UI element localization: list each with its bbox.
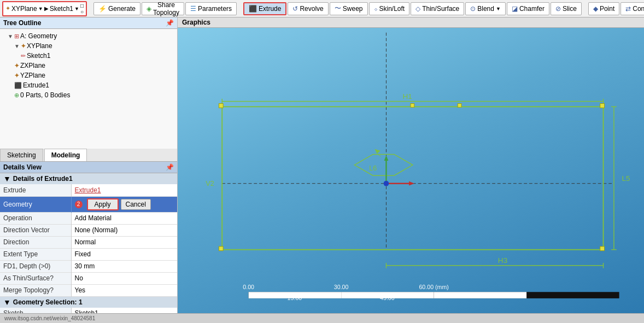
center-dot — [384, 181, 389, 186]
blend-button[interactable]: ⊙ Blend ▼ — [465, 2, 506, 15]
detail-label: Merge Topology? — [0, 284, 71, 296]
collapse-icon[interactable]: ▼ — [3, 174, 11, 183]
sketch1-icon: ✏ — [21, 52, 26, 60]
thin-surface-button[interactable]: ◇ Thin/Surface — [411, 2, 464, 15]
scale-label-30: 30.00 — [334, 284, 349, 290]
detail-value: Yes — [71, 284, 177, 296]
yzplane-icon: ✦ — [14, 72, 19, 79]
tabs-row: Sketching Modeling — [0, 149, 177, 162]
plane-selector-label: XYPlane — [11, 5, 37, 13]
y-axis-arrowhead — [384, 155, 389, 161]
table-row: Extrude Extrude1 — [0, 184, 177, 196]
graphics-panel[interactable]: Graphics H1 H3 L5 — [178, 17, 644, 313]
geo-collapse-icon[interactable]: ▼ — [3, 298, 11, 307]
detail-value: Fixed — [71, 248, 177, 260]
revolve-icon: ↺ — [292, 5, 298, 13]
x-axis-arrowhead — [409, 181, 414, 186]
table-row[interactable]: Geometry 2 Apply Cancel — [0, 196, 177, 212]
geometry-apply-cell: 2 Apply Cancel — [71, 196, 177, 212]
l6-label: L6 — [369, 165, 377, 172]
l5-label: L5 — [622, 174, 630, 183]
detail-value[interactable]: 30 mm — [71, 260, 177, 272]
blend-dropdown[interactable]: ▼ — [496, 6, 501, 11]
sketch-selector-label: Sketch1 — [50, 5, 73, 13]
scale-label-60: 60.00 (mm) — [419, 284, 448, 290]
xyplane-icon: ✦ — [21, 43, 26, 50]
scale-label-15: 15.00 — [288, 295, 302, 301]
tree-content: ▼ ⊞ A: Geometry ▼ ✦ XYPlane ✏ Sketch1 ✦ — [0, 29, 177, 102]
list-item[interactable]: ⊕ 0 Parts, 0 Bodies — [3, 90, 174, 100]
point-button[interactable]: ◆ Point — [588, 2, 619, 15]
generate-button[interactable]: ⚡ Generate — [93, 2, 140, 15]
sweep-button[interactable]: 〜 Sweep — [330, 2, 368, 15]
parameters-icon: ☰ — [190, 5, 196, 13]
scale-seg3 — [434, 292, 526, 298]
detail-value: No — [71, 272, 177, 284]
scale-label-0: 0.00 — [243, 284, 254, 290]
step-badge: 2 — [75, 201, 83, 208]
parameters-button[interactable]: ☰ Parameters — [185, 2, 237, 15]
slice-icon: ⊘ — [555, 5, 561, 13]
details-section-title: ▼ Details of Extrude1 — [0, 173, 177, 184]
table-row: Operation Add Material — [0, 212, 177, 224]
geometry-selection-title: ▼ Geometry Selection: 1 — [0, 297, 177, 308]
table-row: Merge Topology? Yes — [0, 284, 177, 296]
conversion-button[interactable]: ⇄ Conversio... — [620, 2, 644, 15]
h1-label: H1 — [403, 92, 412, 101]
table-row: Direction Vector None (Normal) — [0, 224, 177, 236]
detail-value: None (Normal) — [71, 224, 177, 236]
h3-label: H3 — [498, 256, 507, 265]
geometry-folder-icon: ⊞ — [14, 33, 19, 40]
zxplane-icon: ✦ — [14, 62, 19, 69]
list-item[interactable]: ✏ Sketch1 — [3, 51, 174, 61]
apply-button[interactable]: Apply — [87, 198, 119, 210]
plane-icon2: ▶ — [44, 5, 49, 11]
sweep-icon: 〜 — [335, 4, 341, 13]
tree-pin-icon[interactable]: 📌 — [166, 19, 174, 27]
table-row: Extent Type Fixed — [0, 248, 177, 260]
sketch-arrow — [374, 149, 380, 154]
detail-label: Direction Vector — [0, 224, 71, 236]
toolbar-icons-group: □ ○ — [80, 3, 84, 15]
extrude-icon: ⬛ — [249, 5, 257, 13]
marker-top-mid2 — [458, 103, 461, 107]
list-item[interactable]: ▼ ⊞ A: Geometry — [3, 31, 174, 41]
skin-loft-button[interactable]: ⬦ Skin/Loft — [369, 2, 410, 15]
tab-sketching[interactable]: Sketching — [0, 149, 43, 161]
list-item[interactable]: ✦ ZXPlane — [3, 61, 174, 71]
list-item[interactable]: ⬛ Extrude1 — [3, 80, 174, 90]
list-item[interactable]: ✦ YZPlane — [3, 71, 174, 80]
main-toolbar: ✦ XYPlane ▼ ▶ Sketch1 ▼ □ ○ ⚡ Generate ◈… — [0, 0, 644, 17]
revolve-button[interactable]: ↺ Revolve — [288, 2, 328, 15]
chamfer-button[interactable]: ◪ Chamfer — [507, 2, 549, 15]
corner-marker-br — [600, 246, 605, 251]
main-layout: Tree Outline 📌 ▼ ⊞ A: Geometry ▼ ✦ XYPla… — [0, 17, 644, 313]
corner-marker-tl — [219, 103, 223, 108]
details-table: Extrude Extrude1 Geometry 2 Apply — [0, 184, 177, 297]
point-icon: ◆ — [593, 5, 598, 13]
table-row[interactable]: FD1, Depth (>0) 30 mm — [0, 260, 177, 272]
blend-icon: ⊙ — [470, 5, 476, 13]
tree-outline: Tree Outline 📌 ▼ ⊞ A: Geometry ▼ ✦ XYPla… — [0, 17, 177, 149]
main-rect — [222, 107, 603, 250]
generate-icon: ⚡ — [98, 5, 107, 13]
detail-label: Extrude — [0, 184, 71, 196]
plane-selector-dropdown[interactable]: ▼ — [38, 6, 43, 11]
slice-button[interactable]: ⊘ Slice — [551, 2, 582, 15]
extrude-button[interactable]: ⬛ Extrude — [243, 2, 286, 15]
skin-loft-icon: ⬦ — [374, 5, 378, 13]
detail-label: Operation — [0, 212, 71, 224]
share-topology-button[interactable]: ◈ Share Topology — [142, 2, 184, 15]
tab-modeling[interactable]: Modeling — [44, 149, 87, 161]
detail-value: Extrude1 — [71, 184, 177, 196]
status-bar: www.itsog.csdn.net/weixin_48024581 — [0, 313, 644, 323]
details-pin-icon[interactable]: 📌 — [166, 163, 174, 171]
list-item[interactable]: ▼ ✦ XYPlane — [3, 41, 174, 51]
scale-label-45: 45.00 — [380, 295, 395, 301]
sketch-selector-dropdown[interactable]: ▼ — [74, 6, 79, 11]
details-view: Details View 📌 ▼ Details of Extrude1 Ext… — [0, 162, 177, 313]
plane-selector-icon: ✦ — [5, 5, 10, 12]
cancel-button[interactable]: Cancel — [121, 199, 151, 210]
detail-label: Extent Type — [0, 248, 71, 260]
detail-value: Normal — [71, 236, 177, 248]
